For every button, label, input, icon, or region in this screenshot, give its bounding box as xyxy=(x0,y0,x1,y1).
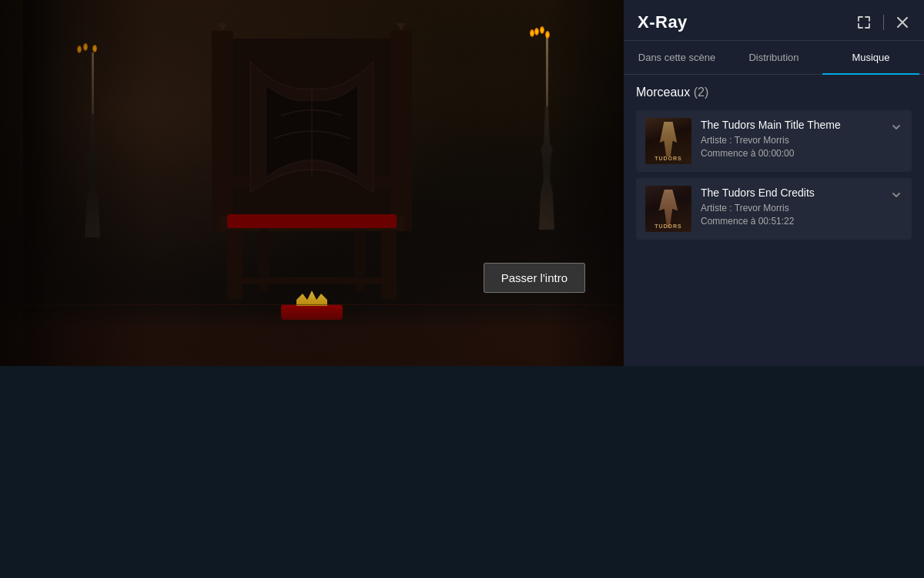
tab-musique[interactable]: Musique xyxy=(822,41,919,74)
svg-rect-0 xyxy=(212,31,233,231)
expand-button[interactable] xyxy=(855,14,872,31)
close-button[interactable] xyxy=(895,15,910,30)
bottom-area xyxy=(0,366,924,578)
xray-header-icons xyxy=(855,14,910,31)
svg-rect-7 xyxy=(227,214,397,228)
track-artist-1: Artiste : Trevor Morris xyxy=(701,135,881,146)
chevron-icon-2 xyxy=(890,189,902,204)
shadow-right xyxy=(547,0,624,366)
skip-intro-button[interactable]: Passer l'intro xyxy=(484,263,585,293)
svg-marker-3 xyxy=(397,23,406,31)
track-time-2: Commence à 00:51:22 xyxy=(701,216,881,227)
xray-tabs: Dans cette scène Distribution Musique xyxy=(624,41,924,75)
svg-rect-14 xyxy=(227,277,397,284)
track-artist-2: Artiste : Trevor Morris xyxy=(701,203,881,213)
xray-panel: X-Ray Dans cette scène Distribution M xyxy=(624,0,924,366)
track-info-2: The Tudors End Credits Artiste : Trevor … xyxy=(701,186,881,227)
close-icon xyxy=(896,16,909,29)
section-count: (2) xyxy=(694,86,709,99)
tab-distribution[interactable]: Distribution xyxy=(725,41,822,74)
track-name-1: The Tudors Main Title Theme xyxy=(701,118,881,132)
track-name-2: The Tudors End Credits xyxy=(701,186,881,200)
track-time-1: Commence à 00:00:00 xyxy=(701,148,881,159)
xray-title: X-Ray xyxy=(638,12,688,32)
chevron-icon-1 xyxy=(890,121,902,136)
thumb2-figure xyxy=(655,190,682,228)
main-area: Passer l'intro X-Ray D xyxy=(0,0,924,366)
svg-rect-11 xyxy=(381,230,397,299)
header-divider xyxy=(883,15,884,30)
svg-marker-2 xyxy=(218,23,227,31)
tudors-logo-2: TUDORS xyxy=(648,223,688,229)
track-thumb-1: TUDORS xyxy=(645,118,691,164)
video-player: Passer l'intro xyxy=(0,0,624,366)
xray-header: X-Ray xyxy=(624,0,924,41)
thumb1-figure xyxy=(658,122,679,156)
svg-rect-1 xyxy=(390,31,412,231)
section-title-text: Morceaux xyxy=(636,86,690,99)
svg-rect-9 xyxy=(373,177,412,187)
expand-icon xyxy=(857,15,871,29)
svg-rect-8 xyxy=(212,177,250,187)
track-item-1[interactable]: TUDORS The Tudors Main Title Theme Artis… xyxy=(636,110,912,172)
track-item-2[interactable]: TUDORS The Tudors End Credits Artiste : … xyxy=(636,178,912,240)
track-thumb-2: TUDORS xyxy=(645,186,691,232)
track-info-1: The Tudors Main Title Theme Artiste : Tr… xyxy=(701,118,881,159)
tab-scene[interactable]: Dans cette scène xyxy=(628,41,725,74)
section-title: Morceaux (2) xyxy=(636,86,912,99)
tudors-logo-1: TUDORS xyxy=(648,156,688,161)
xray-content: Morceaux (2) TUDORS The Tudors Main Titl… xyxy=(624,75,924,366)
shadow-left xyxy=(0,0,154,366)
svg-rect-10 xyxy=(227,230,243,299)
throne xyxy=(189,23,435,316)
